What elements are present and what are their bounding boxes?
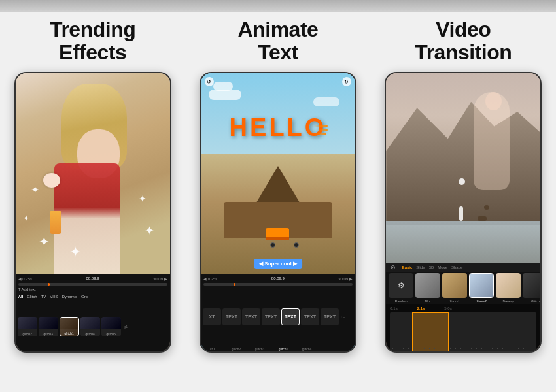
trans-zoom1-container: Zoom1 [442,273,467,303]
timeline-track2 [203,283,353,286]
text-thumbs-row: XT TEXT TEXT TEXT TEXT TEXT TEXT TE [201,287,355,346]
tab-shape[interactable]: Shape [451,265,462,269]
time-ruler3: 0.1s 2.1s 5.0s [387,306,539,311]
trans-label-blur: Blur [425,299,431,303]
time-start1: ◀ 0.25s [18,276,32,281]
thumb-label-glitch4: glitch4 [80,332,100,336]
dog-body [478,216,487,221]
add-text-hint1: T Add text [16,287,170,292]
water-3d [386,221,540,263]
effect-tag-tv[interactable]: TV [41,295,46,299]
tab-3d[interactable]: 3D [429,265,434,269]
photo2-background: HELLO ↺ ↻ ◀ Super cool ▶ [201,73,355,274]
tab-basic[interactable]: Basic [402,265,412,269]
phone1-screen: ✦ ✦ ✦ ✦ ✦ ✦ ◀ 0.25s 00:09.9 30:09 ▶ [16,73,170,351]
trans-thumb-dreamy[interactable] [496,273,521,298]
sparkle2: ✦ [23,214,29,223]
sparkle6: ✦ [69,244,81,261]
text-thumb-4-active[interactable]: TEXT [281,308,300,325]
text-thumb-xt[interactable]: XT [203,308,221,325]
timeline-bar1: ◀ 0.25s 00:09.9 30:09 ▶ T Add text All G… [16,274,170,351]
speed-lines-group [313,125,328,135]
timeline-ticks [390,312,536,353]
trans-thumb-zoom1[interactable] [442,273,467,298]
effect-tag-grid[interactable]: Grid [81,295,88,299]
beach-person-body [459,206,463,221]
mountains-3d [386,102,540,225]
phone-trending-effects: ✦ ✦ ✦ ✦ ✦ ✦ ◀ 0.25s 00:09.9 30:09 ▶ [14,72,171,353]
trans-blur-container: Blur [415,273,440,303]
effect-tag-glitch[interactable]: Glitch [27,295,37,299]
text-thumb-labels: ch1 glitch2 glitch3 glitch1 glitch4 [201,346,355,351]
tab-slide[interactable]: Slide [416,265,425,269]
speed-line3 [313,133,326,135]
time-mark1: 0.1s [390,306,397,310]
text-thumb-3[interactable]: TEXT [262,308,280,325]
thumb-glitch4[interactable]: glitch4 [80,317,100,336]
label-glitch4b: glitch4 [298,347,316,351]
text-thumb-overflow: TE [340,315,345,319]
time-end2: 30:09 ▶ [338,276,353,281]
thumb-label-glitch5: glitch5 [101,332,121,336]
trans-label-random: Random [395,299,408,303]
sparkle1: ✦ [31,184,39,196]
trans-thumb-zoom2[interactable] [469,273,494,298]
big-timeline3 [390,312,536,353]
text-thumb-6[interactable]: TEXT [321,308,339,325]
phone-video-transition: ⊘ Basic Slide 3D Move Shape ⚙ Random [385,72,542,353]
trans-zoom2-container: Zoom2 [469,273,494,303]
photo1-background: ✦ ✦ ✦ ✦ ✦ ✦ [16,73,170,274]
tick-pattern [392,348,534,349]
time-end1: 30:09 ▶ [153,276,167,281]
body-shape [54,163,120,274]
phone3-screen: ⊘ Basic Slide 3D Move Shape ⚙ Random [386,73,540,351]
thumb-glitch2[interactable]: glitch2 [18,317,37,336]
transition-tabs-bar: ⊘ Basic Slide 3D Move Shape [386,263,540,272]
time-mark2: 2.1s [417,306,425,310]
thumb-glitch3[interactable]: glitch3 [39,317,58,336]
text-thumb-1[interactable]: TEXT [222,308,241,325]
effect-tag-dynamic[interactable]: Dynamic [62,295,77,299]
thumb-glitch5[interactable]: glitch5 [101,317,121,336]
trans-label-glitch: Glitch [531,299,540,303]
animate-text-title: AnimateText [238,18,319,64]
label-glitch1b: glitch1 [274,347,292,351]
settings-icon: ⊘ [391,264,396,270]
icecream-cone [50,211,61,234]
beach-person-head [459,178,465,185]
time-current1: 00:09.9 [86,276,99,280]
trans-thumb-random[interactable]: ⚙ [389,273,413,298]
effects-tags-row: All Glitch TV VHS Dynamic Grid [16,292,170,301]
thumb-label-glitch2: glitch2 [18,332,37,336]
speed-line1 [313,125,328,127]
thumb-overflow: g1 [122,325,128,329]
video-transition-title: VideoTransition [415,18,512,64]
tab-move[interactable]: Move [438,265,447,269]
timeline-track1 [18,283,167,286]
thumb-label-glitch3: glitch3 [39,332,58,336]
timeline-top2: ◀ 0.25s 00:09.9 30:09 ▶ [201,274,355,283]
text-thumb-5[interactable]: TEXT [301,308,319,325]
sparkle5: ✦ [145,223,154,238]
text-thumb-2[interactable]: TEXT [242,308,260,325]
effect-tag-vhs[interactable]: VHS [50,295,58,299]
hello-text-display: HELLO [230,114,327,142]
van-base [266,237,289,240]
trans-thumb-blur[interactable] [415,273,440,298]
super-cool-bubble[interactable]: ◀ Super cool ▶ [254,259,302,269]
section-video-transition: VideoTransition [371,12,556,392]
settings-icon-area: ⊘ [389,263,398,271]
sparkle3: ✦ [39,234,50,250]
trans-glitch-container: Glitch [523,273,542,303]
trans-thumb-glitch[interactable] [523,273,542,298]
label-glitch3b: glitch3 [251,347,269,351]
effect-tag-all[interactable]: All [18,295,24,299]
sparkle4: ✦ [139,193,147,204]
main-container: TrendingEffects ✦ ✦ ✦ ✦ [0,12,556,392]
trans-label-zoom1: Zoom1 [450,299,460,303]
thumb-label-glitch1: glitch1 [60,331,78,335]
timeline-bar2: ◀ 0.25s 00:09.9 30:09 ▶ XT TEXT TEXT TEX… [201,274,355,351]
cloud1 [209,90,241,100]
cloud3 [313,97,339,106]
thumb-glitch1[interactable]: glitch1 [60,317,79,336]
